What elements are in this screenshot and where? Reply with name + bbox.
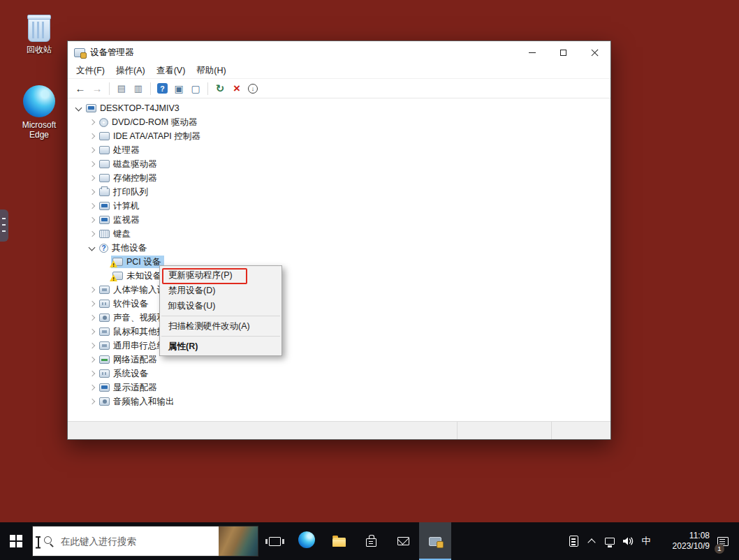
expand-chevron-icon[interactable] [87,185,98,199]
disable-device-icon[interactable]: ↓ [248,84,258,94]
uninstall-device-icon[interactable]: × [229,81,244,96]
taskbar-edge-button[interactable] [291,522,323,560]
tree-item-hit[interactable]: 音频输入和输出 [98,395,178,408]
menu-item[interactable]: 文件(F) [71,65,110,77]
expand-chevron-icon[interactable] [87,227,98,241]
expand-chevron-icon[interactable] [87,339,98,353]
menu-item[interactable]: 查看(V) [151,65,191,77]
volume-button[interactable] [619,522,637,560]
taskbar-search[interactable] [32,526,258,557]
tree-item[interactable]: DVD/CD-ROM 驱动器 [68,115,610,129]
expand-chevron-icon[interactable] [87,381,98,395]
collapse-chevron-icon[interactable] [73,101,85,115]
news-widget-button[interactable] [564,522,583,560]
tree-item-hit[interactable]: 监视器 [98,214,143,226]
tree-item-hit[interactable]: 其他设备 [98,242,150,254]
expand-chevron-icon[interactable] [87,353,98,367]
expand-chevron-icon[interactable] [87,129,98,143]
show-hidden-icons-button[interactable] [583,522,601,560]
tree-item[interactable]: 计算机 [68,199,610,213]
tree-item-hit[interactable]: 存储控制器 [98,172,161,184]
tree-item-hit[interactable]: 软件设备 [98,297,152,310]
bing-daily-image[interactable] [219,526,258,556]
collapse-chevron-icon[interactable] [87,241,98,255]
clock[interactable]: 11:08 2023/10/9 [659,531,710,552]
tree-item[interactable]: PCI 设备 [68,255,610,269]
tree-item-hit[interactable]: 键盘 [98,228,134,240]
expand-chevron-icon[interactable] [87,311,98,325]
tree-item[interactable]: 存储控制器 [68,171,610,185]
expand-chevron-icon[interactable] [87,199,98,213]
expand-chevron-icon[interactable] [87,325,98,339]
expand-chevron-icon[interactable] [87,367,98,381]
expand-chevron-icon[interactable] [87,213,98,227]
monitor-icon[interactable]: ▢ [188,81,203,96]
task-view-button[interactable] [258,522,291,560]
tree-item-hit[interactable]: 显示适配器 [98,381,161,394]
tree-item[interactable]: 通用串行总线控制器 [68,339,610,353]
expand-chevron-icon[interactable] [87,395,98,408]
menu-item[interactable]: 帮助(H) [191,65,231,77]
tree-item[interactable]: 监视器 [68,213,610,227]
scan-hardware-icon[interactable]: ↻ [212,81,228,96]
maximize-button[interactable] [548,41,579,64]
console-tree-icon[interactable]: ▤ [114,81,129,96]
tree-item[interactable]: DESKTOP-T4JMIV3 [68,101,610,115]
expand-chevron-icon[interactable] [87,283,98,297]
close-button[interactable] [579,41,610,64]
tree-item[interactable]: IDE ATA/ATAPI 控制器 [68,129,610,143]
desktop-icon-edge[interactable]: Microsoft Edge [13,85,66,140]
tree-item[interactable]: 其他设备 [68,241,610,255]
expand-chevron-icon[interactable] [87,171,98,185]
tree-item[interactable]: 磁盘驱动器 [68,157,610,171]
action-center-button[interactable]: 1 [714,522,732,560]
tree-item-hit[interactable]: 处理器 [98,144,143,156]
expand-chevron-icon[interactable] [87,297,98,311]
help-icon[interactable]: ? [157,83,168,94]
export-list-icon[interactable]: ▥ [131,81,146,96]
tree-item[interactable]: 鼠标和其他指针设备 [68,325,610,339]
context-menu-item[interactable]: 更新驱动程序(P) [160,267,281,283]
tree-item-hit[interactable]: 打印队列 [98,186,152,198]
microsoft-store-button[interactable] [355,522,387,560]
tree-item[interactable]: 打印队列 [68,185,610,199]
tree-item[interactable]: 未知设备 [68,269,610,283]
context-menu-item[interactable]: 扫描检测硬件改动(A) [160,318,281,334]
back-icon[interactable]: ← [73,81,88,96]
context-menu-item[interactable]: 禁用设备(D) [160,283,281,298]
tree-item[interactable]: 键盘 [68,227,610,241]
tree-item-hit[interactable]: PCI 设备 [111,256,164,268]
menu-item[interactable]: 操作(A) [110,65,151,77]
tree-item-hit[interactable]: 计算机 [98,200,143,212]
tree-item-hit[interactable]: 未知设备 [111,270,165,282]
expand-chevron-icon[interactable] [87,143,98,157]
tree-item-hit[interactable]: DVD/CD-ROM 驱动器 [98,116,200,128]
tree-item[interactable]: 处理器 [68,143,610,157]
mail-button[interactable] [387,522,419,560]
tree-item[interactable]: 软件设备 [68,297,610,311]
tree-item[interactable]: 音频输入和输出 [68,395,610,408]
tree-item[interactable]: 网络适配器 [68,353,610,367]
search-input[interactable] [61,536,219,547]
network-button[interactable] [601,522,619,560]
tree-item-hit[interactable]: 系统设备 [98,367,152,380]
tree-item[interactable]: 人体学输入设备 [68,283,610,297]
minimize-button[interactable] [516,41,548,64]
forward-icon[interactable]: → [89,81,105,96]
tree-item-hit[interactable]: 磁盘驱动器 [98,158,161,170]
tree-item-hit[interactable]: IDE ATA/ATAPI 控制器 [98,130,204,142]
tree-item-hit[interactable]: DESKTOP-T4JMIV3 [85,102,183,115]
title-bar[interactable]: 设备管理器 [68,41,610,64]
tree-item[interactable]: 声音、视频和游戏控制器 [68,311,610,325]
device-manager-taskbar-button[interactable] [419,522,451,560]
expand-chevron-icon[interactable] [87,157,98,171]
file-explorer-button[interactable] [323,522,355,560]
tree-item-hit[interactable]: 网络适配器 [98,353,161,366]
context-menu-item[interactable]: 卸载设备(U) [160,298,281,314]
tree-item[interactable]: 显示适配器 [68,381,610,395]
edge-panel-handle[interactable] [0,209,8,242]
ime-indicator[interactable]: 中 [637,522,655,560]
tree-item[interactable]: 系统设备 [68,367,610,381]
expand-chevron-icon[interactable] [87,115,98,129]
context-menu-item[interactable]: 属性(R) [160,339,281,354]
